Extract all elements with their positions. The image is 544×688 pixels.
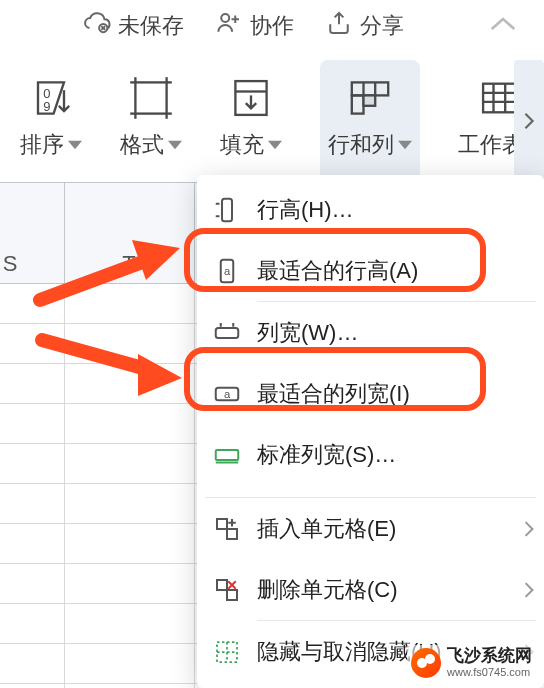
svg-rect-49 bbox=[227, 529, 237, 539]
svg-rect-28 bbox=[364, 95, 376, 105]
menu-row-height-label: 行高(H)… bbox=[257, 195, 544, 225]
title-bar: 未保存 协作 分享 bbox=[0, 0, 544, 52]
column-header-T[interactable]: T bbox=[64, 183, 194, 283]
share-button[interactable]: 分享 bbox=[324, 8, 404, 44]
menu-col-width-label: 列宽(W)… bbox=[257, 318, 544, 348]
dropdown-icon bbox=[268, 138, 282, 152]
svg-marker-19 bbox=[168, 141, 182, 149]
menu-std-col-width[interactable]: 标准列宽(S)… bbox=[197, 424, 544, 485]
ribbon-format[interactable]: 格式 bbox=[120, 60, 182, 182]
format-icon bbox=[125, 66, 177, 130]
svg-rect-10 bbox=[135, 82, 166, 113]
submenu-arrow-icon bbox=[514, 521, 544, 537]
delete-cells-icon bbox=[197, 575, 257, 605]
column-header-S[interactable]: S bbox=[0, 183, 22, 283]
svg-text:a: a bbox=[224, 264, 231, 276]
ribbon-scroll-right[interactable] bbox=[514, 60, 544, 182]
svg-rect-53 bbox=[227, 590, 237, 600]
svg-marker-9 bbox=[68, 141, 82, 149]
menu-autofit-row[interactable]: a 最适合的行高(A) bbox=[197, 240, 544, 301]
collab-label: 协作 bbox=[250, 11, 294, 41]
menu-col-width[interactable]: 列宽(W)… bbox=[197, 302, 544, 363]
ribbon-format-label: 格式 bbox=[120, 130, 164, 160]
watermark: 飞沙系统网 www.fs0745.com bbox=[407, 645, 536, 680]
watermark-logo-icon bbox=[411, 648, 441, 678]
ribbon-sort-label: 排序 bbox=[20, 130, 64, 160]
row-height-icon bbox=[197, 195, 257, 225]
svg-marker-23 bbox=[268, 141, 282, 149]
svg-rect-24 bbox=[352, 82, 388, 95]
svg-text:a: a bbox=[224, 387, 231, 399]
svg-rect-27 bbox=[352, 95, 364, 113]
svg-rect-46 bbox=[216, 450, 239, 460]
menu-std-col-width-label: 标准列宽(S)… bbox=[257, 440, 544, 470]
ribbon-rowcol[interactable]: 行和列 bbox=[320, 60, 420, 182]
svg-point-3 bbox=[221, 14, 229, 22]
insert-cells-icon bbox=[197, 514, 257, 544]
menu-delete-cells[interactable]: 删除单元格(C) bbox=[197, 559, 544, 620]
collab-button[interactable]: 协作 bbox=[214, 8, 294, 44]
ribbon-sort[interactable]: 0 9 排序 bbox=[20, 60, 82, 182]
dropdown-icon bbox=[168, 138, 182, 152]
svg-rect-36 bbox=[222, 198, 232, 221]
share-label: 分享 bbox=[360, 11, 404, 41]
watermark-name: 飞沙系统网 bbox=[447, 647, 532, 666]
ribbon-rowcol-label: 行和列 bbox=[328, 130, 394, 160]
autofit-col-icon: a bbox=[197, 379, 257, 409]
unsaved-status[interactable]: 未保存 bbox=[82, 8, 184, 44]
collapse-ribbon-chevron[interactable] bbox=[488, 14, 518, 34]
menu-autofit-col[interactable]: a 最适合的列宽(I) bbox=[197, 363, 544, 424]
menu-autofit-col-label: 最适合的列宽(I) bbox=[257, 379, 544, 409]
col-width-icon bbox=[197, 318, 257, 348]
svg-rect-52 bbox=[217, 580, 227, 590]
unsaved-label: 未保存 bbox=[118, 11, 184, 41]
std-col-width-icon bbox=[197, 440, 257, 470]
hide-unhide-icon bbox=[197, 637, 257, 667]
svg-text:9: 9 bbox=[43, 99, 50, 114]
rowcol-dropdown-menu: 行高(H)… a 最适合的行高(A) 列宽(W)… a 最适合的列宽(I) bbox=[197, 175, 544, 688]
menu-row-height[interactable]: 行高(H)… bbox=[197, 179, 544, 240]
ribbon: 0 9 排序 bbox=[0, 56, 544, 182]
svg-rect-41 bbox=[216, 328, 239, 338]
menu-autofit-row-label: 最适合的行高(A) bbox=[257, 256, 544, 286]
cloud-unsaved-icon bbox=[82, 8, 112, 44]
svg-rect-48 bbox=[217, 519, 227, 529]
ribbon-fill-label: 填充 bbox=[220, 130, 264, 160]
ribbon-fill[interactable]: 填充 bbox=[220, 60, 282, 182]
fill-icon bbox=[225, 66, 277, 130]
dropdown-icon bbox=[68, 138, 82, 152]
autofit-row-icon: a bbox=[197, 256, 257, 286]
menu-insert-cells-label: 插入单元格(E) bbox=[257, 514, 514, 544]
menu-insert-cells[interactable]: 插入单元格(E) bbox=[197, 498, 544, 559]
submenu-arrow-icon bbox=[514, 582, 544, 598]
watermark-url: www.fs0745.com bbox=[447, 666, 532, 678]
sort-icon: 0 9 bbox=[25, 66, 77, 130]
menu-delete-cells-label: 删除单元格(C) bbox=[257, 575, 514, 605]
collab-icon bbox=[214, 8, 244, 44]
dropdown-icon bbox=[398, 138, 412, 152]
share-icon bbox=[324, 8, 354, 44]
svg-marker-29 bbox=[398, 141, 412, 149]
rowcol-icon bbox=[344, 66, 396, 130]
svg-rect-30 bbox=[483, 84, 517, 113]
